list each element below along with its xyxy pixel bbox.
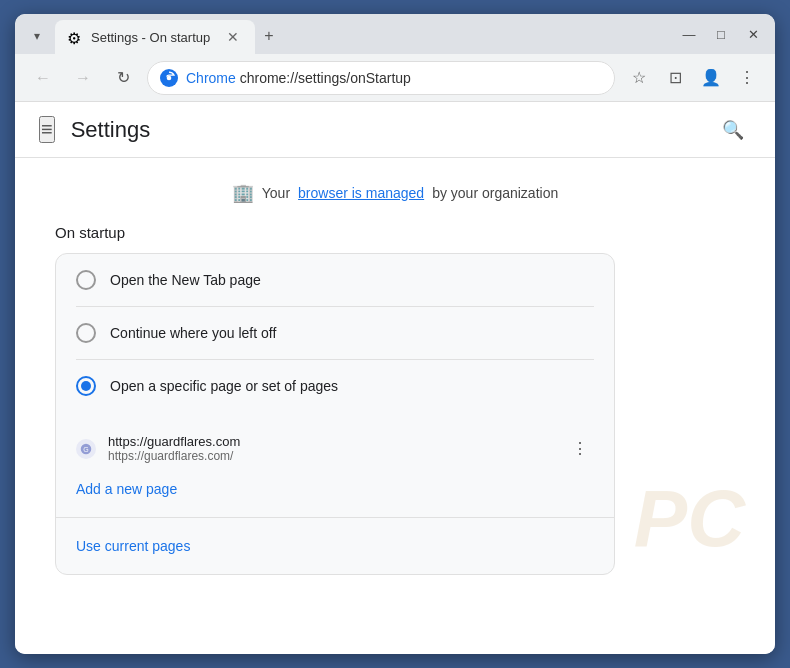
close-button[interactable]: ✕ <box>739 20 767 48</box>
section-title: On startup <box>55 224 735 241</box>
managed-text2: by your organization <box>432 185 558 201</box>
window-controls: — □ ✕ <box>675 20 767 48</box>
startup-pages-section: G https://guardflares.com https://guardf… <box>56 412 614 517</box>
page-url-sub: https://guardflares.com/ <box>108 449 554 463</box>
forward-button[interactable]: → <box>67 62 99 94</box>
toolbar: ← → ↻ Chrome chrome://settings/onStartup… <box>15 54 775 102</box>
back-icon: ← <box>35 69 51 87</box>
startup-page-item: G https://guardflares.com https://guardf… <box>76 424 594 473</box>
svg-text:G: G <box>83 445 88 452</box>
option-continue[interactable]: Continue where you left off <box>56 307 614 359</box>
page-url-info: https://guardflares.com https://guardfla… <box>108 434 554 463</box>
managed-link[interactable]: browser is managed <box>298 185 424 201</box>
forward-icon: → <box>75 69 91 87</box>
use-current-pages-link[interactable]: Use current pages <box>76 530 190 562</box>
option-specific-label: Open a specific page or set of pages <box>110 378 338 394</box>
managed-text: Your <box>262 185 290 201</box>
bookmark-icon: ☆ <box>632 68 646 87</box>
new-tab-icon: + <box>264 27 273 45</box>
minimize-button[interactable]: — <box>675 20 703 48</box>
title-bar: ▾ ⚙ Settings - On startup ✕ + — □ ✕ <box>15 14 775 54</box>
svg-point-0 <box>167 75 172 80</box>
profile-button[interactable]: 👤 <box>695 62 727 94</box>
page-more-button[interactable]: ⋮ <box>566 435 594 463</box>
tab-title: Settings - On startup <box>91 30 215 45</box>
menu-button[interactable]: ⋮ <box>731 62 763 94</box>
option-specific[interactable]: Open a specific page or set of pages <box>56 360 614 412</box>
address-text: Chrome chrome://settings/onStartup <box>186 70 602 86</box>
use-current-section: Use current pages <box>56 518 614 574</box>
chrome-brand-label: Chrome <box>186 70 236 86</box>
refresh-button[interactable]: ↻ <box>107 62 139 94</box>
tab-close-button[interactable]: ✕ <box>223 27 243 47</box>
address-url: chrome://settings/onStartup <box>240 70 411 86</box>
chrome-logo <box>160 69 178 87</box>
option-new-tab-label: Open the New Tab page <box>110 272 261 288</box>
add-new-page-link[interactable]: Add a new page <box>76 473 177 505</box>
menu-dots-icon: ⋮ <box>739 68 755 87</box>
browser-window: ▾ ⚙ Settings - On startup ✕ + — □ ✕ <box>15 14 775 654</box>
settings-header: ≡ Settings 🔍 <box>15 102 775 158</box>
tab-bar: ⚙ Settings - On startup ✕ + <box>55 14 675 54</box>
radio-continue[interactable] <box>76 323 96 343</box>
address-bar[interactable]: Chrome chrome://settings/onStartup <box>147 61 615 95</box>
profile-icon: 👤 <box>701 68 721 87</box>
more-dots-icon: ⋮ <box>572 439 588 458</box>
hamburger-icon: ≡ <box>41 118 53 140</box>
page-url-main: https://guardflares.com <box>108 434 554 449</box>
managed-building-icon: 🏢 <box>232 182 254 204</box>
watermark: PC <box>634 479 745 559</box>
settings-body: 🏢 Your browser is managed by your organi… <box>15 158 775 599</box>
minimize-icon: — <box>683 27 696 42</box>
page-title: Settings <box>71 117 151 143</box>
option-continue-label: Continue where you left off <box>110 325 276 341</box>
managed-banner: 🏢 Your browser is managed by your organi… <box>55 182 735 204</box>
page-content: ≡ Settings 🔍 🏢 Your browser is managed b… <box>15 102 775 654</box>
tab-dropdown-button[interactable]: ▾ <box>23 22 51 50</box>
page-favicon: G <box>76 439 96 459</box>
radio-specific[interactable] <box>76 376 96 396</box>
search-button[interactable]: 🔍 <box>715 112 751 148</box>
tab-settings-icon: ⚙ <box>67 29 83 45</box>
toolbar-actions: ☆ ⊡ 👤 ⋮ <box>623 62 763 94</box>
radio-new-tab[interactable] <box>76 270 96 290</box>
option-new-tab[interactable]: Open the New Tab page <box>56 254 614 306</box>
refresh-icon: ↻ <box>117 68 130 87</box>
search-icon: 🔍 <box>722 119 744 141</box>
sidebar-menu-button[interactable]: ≡ <box>39 116 55 143</box>
options-card: Open the New Tab page Continue where you… <box>55 253 615 575</box>
tab-dropdown-icon: ▾ <box>34 29 40 43</box>
new-tab-button[interactable]: + <box>255 22 283 50</box>
bookmark-button[interactable]: ☆ <box>623 62 655 94</box>
extensions-icon: ⊡ <box>669 68 682 87</box>
close-icon: ✕ <box>748 27 759 42</box>
maximize-button[interactable]: □ <box>707 20 735 48</box>
active-tab[interactable]: ⚙ Settings - On startup ✕ <box>55 20 255 54</box>
back-button[interactable]: ← <box>27 62 59 94</box>
maximize-icon: □ <box>717 27 725 42</box>
extensions-button[interactable]: ⊡ <box>659 62 691 94</box>
